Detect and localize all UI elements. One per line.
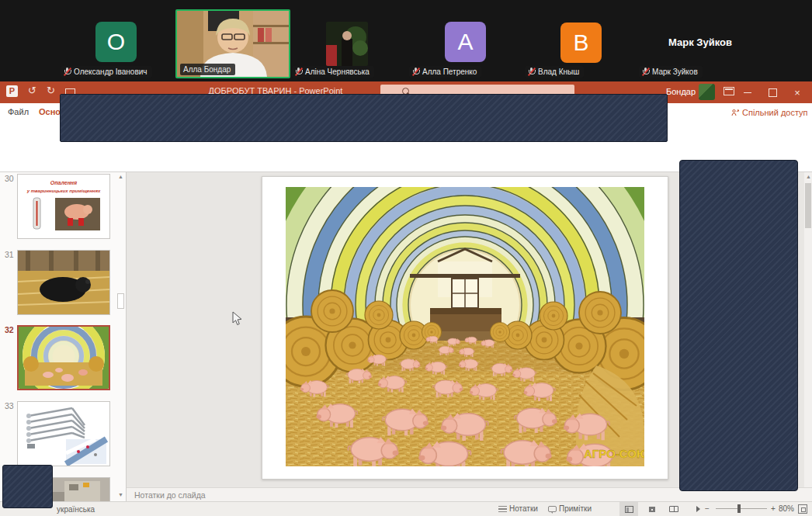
close-button[interactable]: × <box>786 81 809 103</box>
participant-name: Аліна Чернявська <box>305 68 370 76</box>
participant-name-badge: Марк Зуйков <box>639 66 703 78</box>
comments-icon <box>548 506 557 512</box>
zoom-percent[interactable]: 80% <box>779 504 794 513</box>
share-label: Спільний доступ <box>742 108 808 117</box>
participant-name: Алла Бондар <box>183 65 231 74</box>
canvas-scrollbar[interactable]: ▲ <box>804 172 812 487</box>
zoom-slider-thumb[interactable] <box>737 504 741 513</box>
participant-name: Алла Петренко <box>422 68 477 76</box>
reading-view-button[interactable] <box>665 502 683 516</box>
slide-thumbnail-31[interactable] <box>17 250 110 315</box>
status-bar: українська Нотатки Примітки − + 80% <box>0 501 812 516</box>
redaction-overlay-right <box>679 160 798 491</box>
ribbon-display-options-icon[interactable] <box>724 87 734 95</box>
video-tile[interactable] <box>326 22 368 66</box>
participant-name-badge: Алла Петренко <box>409 66 481 78</box>
slide30-title2: у тваринницьких приміщеннях <box>26 189 101 193</box>
comments-toggle[interactable]: Примітки <box>548 504 592 513</box>
participant-name-badge: Влад Кныш <box>525 66 584 78</box>
participant-name: Влад Кныш <box>538 68 579 76</box>
slide-number: 30 <box>5 174 14 183</box>
redaction-overlay-bottom-left <box>2 465 53 508</box>
account-avatar[interactable] <box>699 84 715 100</box>
video-tile-active-speaker[interactable]: Алла Бондар <box>175 9 290 78</box>
slide33-preview <box>18 402 109 466</box>
avatar-initial: A <box>457 29 473 55</box>
slide32-preview <box>19 327 109 389</box>
avatar: A <box>445 22 486 62</box>
notes-toggle[interactable]: Нотатки <box>498 504 538 513</box>
slide-number: 33 <box>5 401 14 410</box>
scroll-up-icon[interactable]: ▲ <box>118 174 123 179</box>
scroll-down-icon[interactable]: ▼ <box>118 492 123 497</box>
participant-name: Олександр Іванович <box>74 68 147 76</box>
zoom-gallery-strip: O Олександр Іванович <box>0 0 812 81</box>
notes-toggle-label: Нотатки <box>509 504 538 513</box>
slide-photo-pig-barn[interactable]: АГРО-СОЮЗ <box>286 187 644 466</box>
mic-muted-icon <box>295 68 302 76</box>
slide-canvas[interactable]: АГРО-СОЮЗ <box>262 176 668 480</box>
scrollbar-thumb[interactable] <box>805 183 811 228</box>
share-button[interactable]: Спільний доступ <box>731 108 808 117</box>
mouse-cursor <box>232 311 242 326</box>
avatar: O <box>95 22 137 62</box>
participant-display-name: Марк Зуйков <box>646 36 755 48</box>
participant-name-badge: Олександр Іванович <box>61 66 152 78</box>
slide30-title1: Опалення <box>50 180 77 185</box>
share-icon <box>731 109 739 116</box>
reading-view-icon <box>669 506 678 512</box>
slide-thumbnails-panel: 30 Опалення у тваринницьких приміщеннях … <box>0 172 127 501</box>
avatar-initial: B <box>573 29 588 56</box>
slide-thumbnail-33[interactable] <box>17 401 110 466</box>
participant-name-badge: Алла Бондар <box>180 64 235 75</box>
mic-muted-icon <box>412 68 419 76</box>
photo-watermark: АГРО-СОЮЗ <box>584 447 644 460</box>
zoom-in-button[interactable]: + <box>771 504 776 513</box>
mic-muted-icon <box>528 68 535 76</box>
normal-view-icon <box>625 506 633 513</box>
undo-button[interactable]: ↺ <box>28 85 36 97</box>
slide30-preview: Опалення у тваринницьких приміщеннях <box>18 175 109 238</box>
slide-sorter-icon <box>648 506 656 513</box>
zoom-slider-track[interactable] <box>716 508 767 509</box>
scrollbar-thumb[interactable] <box>117 293 124 309</box>
slideshow-icon <box>696 506 700 512</box>
participant-name-badge: Аліна Чернявська <box>292 66 374 78</box>
slide-number: 31 <box>5 250 14 259</box>
language-indicator[interactable]: українська <box>57 505 95 514</box>
account-name[interactable]: Бондар <box>666 87 696 96</box>
thumbnails-scrollbar[interactable]: ▲ ▼ <box>115 172 127 501</box>
participant-name: Марк Зуйков <box>652 68 698 76</box>
screen: O Олександр Іванович <box>0 0 812 516</box>
normal-view-button[interactable] <box>619 502 638 516</box>
webcam-video <box>326 22 368 66</box>
redo-button[interactable]: ↻ <box>47 85 55 97</box>
slideshow-view-button[interactable] <box>688 502 706 516</box>
mic-muted-icon <box>64 68 71 76</box>
avatar: B <box>560 23 602 63</box>
minimize-button[interactable] <box>736 81 759 103</box>
powerpoint-app-icon[interactable]: P <box>6 85 18 97</box>
redaction-overlay-top <box>60 94 668 142</box>
slide-number-selected: 32 <box>5 325 14 334</box>
comments-toggle-label: Примітки <box>559 504 592 513</box>
tab-file[interactable]: Файл <box>8 107 29 116</box>
slide-sorter-view-button[interactable] <box>643 502 661 516</box>
fit-slide-to-window-button[interactable] <box>798 504 807 514</box>
restore-button[interactable] <box>761 81 784 103</box>
scroll-up-icon[interactable]: ▲ <box>806 174 811 179</box>
slide-thumbnail-32-selected[interactable] <box>17 325 110 390</box>
avatar-initial: O <box>107 29 125 55</box>
zoom-out-button[interactable]: − <box>705 504 710 513</box>
slide31-preview <box>18 251 109 314</box>
notes-placeholder: Нотатки до слайда <box>134 490 206 500</box>
slide-thumbnail-30[interactable]: Опалення у тваринницьких приміщеннях <box>17 174 110 239</box>
mic-muted-icon <box>642 68 649 76</box>
notes-icon <box>498 506 507 512</box>
